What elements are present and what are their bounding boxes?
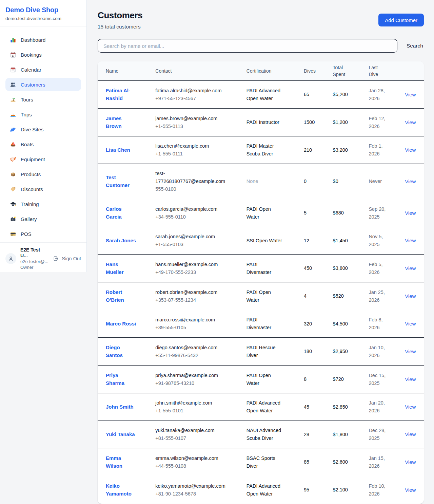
table-row: Priya Sharmapriya.sharma@example.com+91-… bbox=[98, 366, 424, 393]
view-link[interactable]: View bbox=[405, 487, 416, 493]
view-link[interactable]: View bbox=[405, 147, 416, 153]
view-link[interactable]: View bbox=[405, 459, 416, 465]
table-row: John Smithjohn.smith@example.com+1-555-0… bbox=[98, 393, 424, 421]
sidebar-item-equipment[interactable]: Equipment bbox=[5, 153, 81, 166]
customer-email: sarah.jones@example.com bbox=[155, 233, 225, 241]
customer-phone: +353-87-555-1234 bbox=[155, 296, 225, 304]
total-spent: $680 bbox=[333, 199, 369, 227]
sidebar-item-label: Dashboard bbox=[21, 37, 45, 43]
sidebar-item-training[interactable]: Training bbox=[5, 198, 81, 210]
customer-email: priya.sharma@example.com bbox=[155, 372, 225, 379]
table-row: Fatima Al-Rashidfatima.alrashid@example.… bbox=[98, 81, 424, 109]
view-link[interactable]: View bbox=[405, 210, 416, 216]
customer-name-link[interactable]: Marco Rossi bbox=[106, 320, 136, 328]
view-link[interactable]: View bbox=[405, 349, 416, 354]
customer-email: robert.obrien@example.com bbox=[155, 288, 225, 296]
sidebar-item-tours[interactable]: Tours bbox=[5, 93, 81, 106]
page-header: Customers 15 total customers Add Custome… bbox=[98, 10, 424, 30]
customer-email: keiko.yamamoto@example.com bbox=[155, 482, 225, 490]
table-row: Marco Rossimarco.rossi@example.com+39-55… bbox=[98, 310, 424, 338]
table-row: Keiko Yamamotokeiko.yamamoto@example.com… bbox=[98, 476, 424, 504]
sidebar-item-label: Trips bbox=[21, 112, 32, 117]
dives-count: 12 bbox=[304, 227, 333, 255]
certification: PADI Divemaster bbox=[246, 316, 283, 332]
table-body: Fatima Al-Rashidfatima.alrashid@example.… bbox=[98, 81, 424, 504]
view-link[interactable]: View bbox=[405, 92, 416, 97]
total-spent: $520 bbox=[333, 282, 369, 310]
customer-name-link[interactable]: Diego Santos bbox=[106, 343, 137, 359]
view-link[interactable]: View bbox=[405, 179, 416, 184]
customer-name-link[interactable]: Lisa Chen bbox=[106, 146, 130, 154]
certification: BSAC Sports Diver bbox=[246, 454, 283, 470]
sidebar-item-discounts[interactable]: Discounts bbox=[5, 183, 81, 195]
brand-title[interactable]: Demo Dive Shop bbox=[5, 6, 81, 14]
sidebar-footer: E2E Test U... e2e-tester@... Owner Sign … bbox=[0, 242, 86, 275]
customer-phone: +1-555-0103 bbox=[155, 241, 225, 248]
sidebar-item-label: POS bbox=[21, 231, 32, 237]
last-dive-date: Sep 20, 2025 bbox=[369, 205, 390, 221]
customer-phone: +49-170-555-2233 bbox=[155, 268, 225, 276]
sidebar-item-label: Bookings bbox=[21, 52, 42, 58]
sidebar-item-label: Calendar bbox=[21, 67, 41, 73]
view-link[interactable]: View bbox=[405, 376, 416, 382]
customer-name-link[interactable]: Priya Sharma bbox=[106, 371, 137, 387]
table-row: Diego Santosdiego.santos@example.com+55-… bbox=[98, 338, 424, 366]
sidebar-item-bookings[interactable]: Bookings bbox=[5, 48, 81, 61]
view-link[interactable]: View bbox=[405, 265, 416, 271]
table-row: Robert O'Brienrobert.obrien@example.com+… bbox=[98, 282, 424, 310]
customer-name-link[interactable]: Hans Mueller bbox=[106, 260, 137, 276]
last-dive-date: Feb 12, 2026 bbox=[369, 115, 390, 130]
view-link[interactable]: View bbox=[405, 404, 416, 410]
table-row: James Brownjames.brown@example.com+1-555… bbox=[98, 109, 424, 136]
dives-count: 8 bbox=[304, 366, 333, 393]
view-link[interactable]: View bbox=[405, 321, 416, 326]
certification: PADI Divemaster bbox=[246, 261, 283, 276]
sidebar-item-dashboard[interactable]: Dashboard bbox=[5, 33, 81, 46]
sidebar-item-customers[interactable]: Customers bbox=[5, 78, 81, 91]
avatar bbox=[5, 253, 16, 264]
sidebar-item-products[interactable]: Products bbox=[5, 168, 81, 181]
customer-name-link[interactable]: Robert O'Brien bbox=[106, 288, 137, 304]
customer-name-link[interactable]: Sarah Jones bbox=[106, 237, 136, 244]
certification: PADI Open Water bbox=[246, 205, 283, 221]
customer-phone: +81-555-0107 bbox=[155, 434, 225, 442]
customer-name-link[interactable]: John Smith bbox=[106, 403, 134, 411]
customer-name-link[interactable]: Keiko Yamamoto bbox=[106, 482, 137, 498]
last-dive-date: Feb 1, 2026 bbox=[369, 142, 390, 158]
sidebar-item-boats[interactable]: Boats bbox=[5, 138, 81, 151]
sidebar-item-gallery[interactable]: Gallery bbox=[5, 212, 81, 225]
total-spent: $2,850 bbox=[333, 393, 369, 421]
customer-name-link[interactable]: James Brown bbox=[106, 114, 137, 130]
column-header: Name bbox=[98, 61, 155, 81]
sidebar-item-calendar[interactable]: Calendar bbox=[5, 63, 81, 76]
view-link[interactable]: View bbox=[405, 238, 416, 243]
customer-name-link[interactable]: Yuki Tanaka bbox=[106, 430, 135, 438]
customer-name-link[interactable]: Emma Wilson bbox=[106, 454, 137, 470]
search-input[interactable] bbox=[98, 39, 397, 53]
view-link[interactable]: View bbox=[405, 119, 416, 125]
certification: PADI Open Water bbox=[246, 288, 283, 304]
customer-name-link[interactable]: Test Customer bbox=[106, 173, 137, 189]
user-email: e2e-tester@... bbox=[20, 259, 48, 264]
sign-out-button[interactable]: Sign Out bbox=[53, 255, 81, 262]
customer-name-link[interactable]: Carlos Garcia bbox=[106, 205, 137, 221]
total-spent: $1,800 bbox=[333, 421, 369, 448]
dives-count: 65 bbox=[304, 81, 333, 109]
bookings-icon bbox=[9, 51, 16, 58]
add-customer-button[interactable]: Add Customer bbox=[378, 14, 424, 26]
dives-count: 45 bbox=[304, 393, 333, 421]
sidebar-item-trips[interactable]: Trips bbox=[5, 108, 81, 121]
view-link[interactable]: View bbox=[405, 293, 416, 299]
dives-count: 320 bbox=[304, 310, 333, 338]
search-button[interactable]: Search bbox=[406, 43, 424, 49]
sidebar-item-label: Equipment bbox=[21, 156, 45, 162]
last-dive-date: Jan 28, 2026 bbox=[369, 87, 390, 102]
customer-email: marco.rossi@example.com bbox=[155, 316, 225, 324]
view-link[interactable]: View bbox=[405, 431, 416, 437]
customer-email: hans.mueller@example.com bbox=[155, 261, 225, 268]
total-spent: $3,800 bbox=[333, 255, 369, 282]
sidebar-item-dive-sites[interactable]: Dive Sites bbox=[5, 123, 81, 136]
customer-name-link[interactable]: Fatima Al-Rashid bbox=[106, 87, 137, 102]
sidebar-item-pos[interactable]: POS bbox=[5, 227, 81, 240]
certification: PADI Advanced Open Water bbox=[246, 399, 283, 415]
